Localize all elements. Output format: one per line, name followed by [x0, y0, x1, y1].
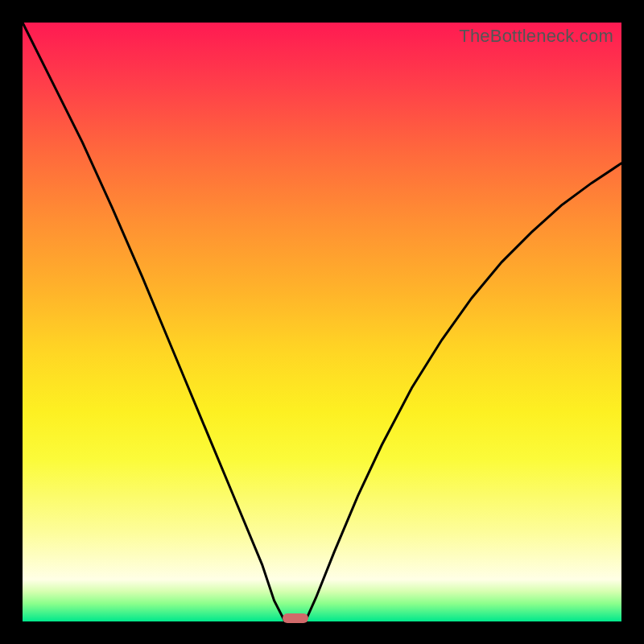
curve-right [305, 163, 621, 621]
plot-area: TheBottleneck.com [23, 23, 621, 621]
chart-frame: TheBottleneck.com [0, 0, 644, 644]
minimum-marker [283, 613, 308, 623]
curve-layer [23, 23, 621, 621]
curve-left [23, 23, 285, 621]
